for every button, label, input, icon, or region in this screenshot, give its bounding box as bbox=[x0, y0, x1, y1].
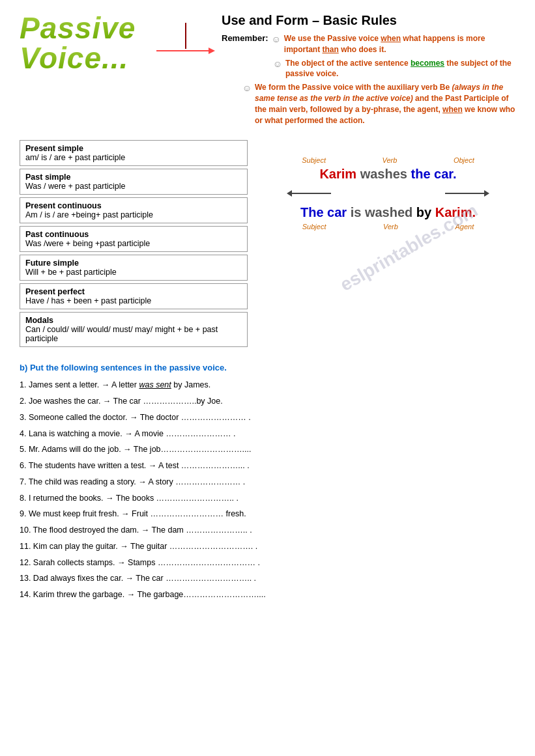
horizontal-arrow bbox=[156, 48, 215, 54]
passive-text: Fruit ……………………… fresh. bbox=[132, 509, 246, 518]
left-arrowhead bbox=[287, 190, 292, 197]
tense-box-modals: Modals Can / could/ will/ would/ must/ m… bbox=[20, 312, 248, 347]
label-verb2: Verb bbox=[383, 223, 398, 231]
diagram-section: Subject Verb Object Karim washes the car… bbox=[261, 156, 515, 231]
tense-form: Will + be + past participle bbox=[25, 268, 242, 277]
right-arrow bbox=[445, 190, 489, 197]
arrow-head bbox=[209, 48, 215, 54]
exercise-item-2: 2. Joe washes the car. → The car ……………….… bbox=[20, 395, 515, 408]
title-passive: Passive bbox=[20, 13, 150, 43]
rule-row-2: ☺ The object of the active sentence beco… bbox=[222, 58, 515, 80]
arrow-sym: → bbox=[127, 590, 136, 599]
passive-text: A story …………………… . bbox=[149, 477, 246, 486]
passive-text: Stamps ……………………………… . bbox=[128, 558, 260, 567]
section-title-dark: – Basic Rules bbox=[312, 13, 397, 27]
exercise-item-1: 1. James sent a letter. → A letter was s… bbox=[20, 379, 515, 391]
passive-text: The car ………………..by Joe. bbox=[113, 397, 223, 406]
exercise-item-5: 5. Mr. Adams will do the job. → The job…… bbox=[20, 443, 515, 456]
item-text: 14. Karim threw the garbage. bbox=[20, 590, 127, 599]
arrow-sym: → bbox=[121, 509, 130, 518]
arrow-divider bbox=[156, 13, 215, 54]
arrow-sym: → bbox=[102, 380, 110, 389]
the-car2: The car bbox=[300, 205, 347, 219]
tense-name: Future simple bbox=[25, 259, 242, 268]
item-text: 5. Mr. Adams will do the job. bbox=[20, 445, 123, 454]
rule-text-2: The object of the active sentence become… bbox=[285, 58, 515, 80]
by-word: by bbox=[416, 205, 431, 219]
arrow-sym: → bbox=[123, 445, 132, 454]
diagram-bottom-labels: Subject Verb Agent bbox=[261, 223, 515, 231]
rule-text-3: We form the Passive voice with the auxil… bbox=[255, 82, 515, 126]
smiley-2: ☺ bbox=[273, 59, 282, 69]
title-box: Passive Voice... bbox=[20, 13, 150, 73]
smiley-1: ☺ bbox=[272, 34, 281, 44]
tense-form: Was /were + being +past participle bbox=[25, 239, 242, 248]
tense-name: Past simple bbox=[25, 173, 242, 182]
passive-text: The car ………………………….. . bbox=[136, 574, 256, 583]
diagram-area: Subject Verb Object Karim washes the car… bbox=[261, 140, 515, 350]
exercise-item-12: 12. Sarah collects stamps. → Stamps …………… bbox=[20, 557, 515, 569]
arrow-sym: → bbox=[117, 558, 126, 567]
exercise-section: b) Put the following sentences in the pa… bbox=[20, 363, 515, 601]
passive-text: The dam ………………….. . bbox=[151, 525, 252, 535]
passive-text: The garbage……………………….... bbox=[137, 590, 265, 599]
title-voice: Voice... bbox=[20, 43, 150, 73]
passive-answer: A letter bbox=[111, 380, 139, 389]
diagram-sentence-1: Karim washes the car. bbox=[261, 167, 515, 182]
tense-box-present-perfect: Present perfect Have / has + been + past… bbox=[20, 283, 248, 309]
arrow-sym: → bbox=[103, 397, 111, 406]
vertical-line bbox=[185, 23, 186, 49]
tense-name: Past continuous bbox=[25, 230, 242, 239]
arrow-line bbox=[156, 50, 209, 51]
diagram-top-labels: Subject Verb Object bbox=[261, 156, 515, 164]
tense-form: Am / is / are +being+ past participle bbox=[25, 210, 242, 219]
tense-form: Have / has + been + past participle bbox=[25, 296, 242, 305]
diagram-arrows bbox=[274, 184, 502, 203]
label-verb: Verb bbox=[383, 156, 398, 164]
exercise-item-4: 4. Lana is watching a movie. → A movie …… bbox=[20, 428, 515, 440]
item-text: 12. Sarah collects stamps. bbox=[20, 558, 117, 567]
item-text: 10. The flood destroyed the dam. bbox=[20, 525, 141, 535]
exercise-item-11: 11. Kim can play the guitar. → The guita… bbox=[20, 540, 515, 553]
item-text: 11. Kim can play the guitar. bbox=[20, 542, 120, 551]
exercise-item-6: 6. The students have written a test. → A… bbox=[20, 460, 515, 472]
tense-table: Present simple am/ is / are + past parti… bbox=[20, 140, 248, 350]
washes-verb: washes bbox=[360, 167, 407, 181]
tense-box-past-continuous: Past continuous Was /were + being +past … bbox=[20, 226, 248, 252]
exercise-item-7: 7. The child was reading a story. → A st… bbox=[20, 476, 515, 488]
exercise-item-13: 13. Dad always fixes the car. → The car … bbox=[20, 572, 515, 585]
label-subject: Subject bbox=[302, 156, 326, 164]
exercise-item-9: 9. We must keep fruit fresh. → Fruit ………… bbox=[20, 508, 515, 520]
item-text: 13. Dad always fixes the car. bbox=[20, 574, 126, 583]
tense-name: Present simple bbox=[25, 144, 242, 153]
item-text: 8. I returned the books. bbox=[20, 494, 106, 503]
tense-form: Was / were + past participle bbox=[25, 182, 242, 191]
arrow-sym: → bbox=[138, 477, 147, 486]
by-james: by James. bbox=[173, 380, 210, 389]
right-arrowline bbox=[445, 193, 484, 194]
section-title-colored: Use and Form bbox=[222, 13, 308, 27]
left-arrow bbox=[287, 190, 331, 197]
item-text: 9. We must keep fruit fresh. bbox=[20, 509, 121, 518]
content-area: Present simple am/ is / are + past parti… bbox=[20, 140, 515, 350]
exercise-title: b) Put the following sentences in the pa… bbox=[20, 363, 515, 372]
arrow-sym: → bbox=[141, 525, 150, 535]
passive-text: The guitar …………………………. . bbox=[130, 542, 257, 551]
tense-form: Can / could/ will/ would/ must/ may/ mig… bbox=[25, 325, 242, 343]
passive-text: A test …………………... . bbox=[158, 461, 250, 470]
right-arrowhead bbox=[484, 190, 489, 197]
rule-text-1: We use the Passive voice when what happe… bbox=[284, 33, 515, 55]
tense-box-present-continuous: Present continuous Am / is / are +being+… bbox=[20, 197, 248, 223]
tense-name: Modals bbox=[25, 316, 242, 325]
left-arrowline bbox=[292, 193, 331, 194]
item-text: 6. The students have written a test. bbox=[20, 461, 149, 470]
arrow-sym: → bbox=[124, 429, 133, 438]
tense-form: am/ is / are + past participle bbox=[25, 153, 242, 162]
karim1: Karim bbox=[319, 167, 356, 181]
tense-box-present-simple: Present simple am/ is / are + past parti… bbox=[20, 140, 248, 166]
rule-row-3: ☺ We form the Passive voice with the aux… bbox=[222, 82, 515, 126]
arrow-sym: → bbox=[120, 542, 128, 551]
diagram-sentence-2: The car is washed by Karim. bbox=[261, 205, 515, 220]
karim2: Karim. bbox=[435, 205, 476, 219]
arrow-sym: → bbox=[126, 574, 134, 583]
